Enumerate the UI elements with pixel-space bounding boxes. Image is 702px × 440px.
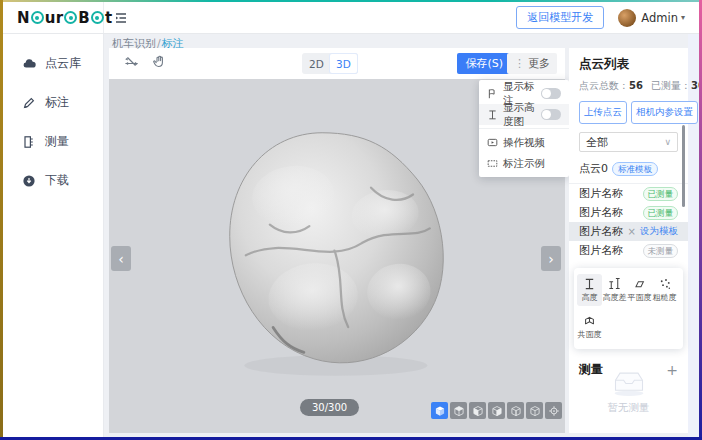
collapse-menu-icon[interactable] bbox=[114, 11, 128, 25]
next-image-button[interactable]: › bbox=[541, 246, 561, 271]
roughness-icon bbox=[658, 277, 671, 290]
tool-coplanarity[interactable]: 共面度 bbox=[577, 311, 602, 343]
breadcrumb-parent[interactable]: 机车识别 bbox=[112, 37, 156, 50]
tool-height[interactable]: 高度 bbox=[577, 274, 602, 306]
pointcloud-name: 点云0 bbox=[579, 161, 608, 176]
measured-label: 已测量： bbox=[651, 80, 691, 91]
brand-letter: ur bbox=[45, 9, 63, 27]
breadcrumb-current: 标注 bbox=[162, 37, 184, 50]
prev-image-button[interactable]: ‹ bbox=[111, 246, 131, 271]
brand-letter: t bbox=[105, 9, 112, 27]
view-mode-toggle: 2D 3D bbox=[302, 53, 358, 74]
unmeasured-badge: 未测量 bbox=[643, 244, 679, 258]
view-iso-button[interactable] bbox=[431, 402, 448, 419]
tool-flatness[interactable]: 平面度 bbox=[627, 274, 652, 306]
tool-roughness[interactable]: 粗糙度 bbox=[652, 274, 677, 306]
sidebar-item-label: 测量 bbox=[45, 133, 69, 150]
upload-pointcloud-button[interactable]: 上传点云 bbox=[579, 101, 627, 124]
page-scrollbar-track[interactable] bbox=[688, 34, 699, 437]
panel-title: 点云列表 bbox=[579, 56, 678, 73]
menu-item-show-heightmap[interactable]: 显示高度图 bbox=[479, 104, 569, 125]
cloud-icon bbox=[22, 57, 36, 71]
neurobot-app: NurBt 返回模型开发 Admin ▾ 点云库 标注 测量 下载 bbox=[0, 0, 702, 440]
sidebar-item-label: 标注 bbox=[45, 94, 69, 111]
total-label: 点云总数： bbox=[579, 80, 629, 91]
gear-icon bbox=[31, 11, 44, 24]
tool-height-diff[interactable]: 高度差 bbox=[602, 274, 627, 306]
list-scrollbar-thumb[interactable] bbox=[682, 125, 685, 207]
back-to-model-dev-button[interactable]: 返回模型开发 bbox=[516, 6, 604, 29]
measured-badge: 已测量 bbox=[643, 187, 679, 201]
sidebar-item-annotation[interactable]: 标注 bbox=[3, 83, 103, 122]
brand-letter: B bbox=[78, 9, 90, 27]
breadcrumb: 机车识别/标注 bbox=[112, 36, 184, 51]
save-button[interactable]: 保存(S) bbox=[457, 53, 511, 74]
template-badge: 标准模板 bbox=[612, 162, 658, 176]
sidebar-item-measure[interactable]: 测量 bbox=[3, 122, 103, 161]
screenshot-border bbox=[0, 0, 3, 440]
user-menu[interactable]: Admin ▾ bbox=[641, 11, 685, 25]
logo-container: NurBt bbox=[3, 2, 104, 33]
pagination-indicator: 30/300 bbox=[300, 399, 359, 416]
filter-select[interactable]: 全部 ∨ bbox=[579, 132, 678, 152]
recenter-button[interactable] bbox=[545, 402, 562, 419]
height-diff-icon bbox=[608, 277, 621, 290]
image-list-item[interactable]: 图片名称 未测量 bbox=[569, 241, 688, 260]
mode-3d-button[interactable]: 3D bbox=[330, 54, 357, 73]
chevron-down-icon: ∨ bbox=[664, 137, 671, 147]
set-as-template-link[interactable]: 设为模板 bbox=[640, 225, 678, 238]
sidebar-item-label: 点云库 bbox=[45, 55, 81, 72]
pointcloud-item[interactable]: 点云0 标准模板 bbox=[579, 161, 678, 176]
camera-intrinsics-button[interactable]: 相机内参设置 bbox=[631, 101, 698, 124]
panel-stats: 点云总数：56 已测量：30 bbox=[579, 79, 678, 93]
brand-logo: NurBt bbox=[17, 9, 112, 27]
total-value: 56 bbox=[629, 80, 643, 91]
view-front-button[interactable] bbox=[469, 402, 486, 419]
username: Admin bbox=[641, 11, 678, 25]
left-sidebar: 点云库 标注 测量 下载 bbox=[3, 34, 104, 437]
sidebar-item-download[interactable]: 下载 bbox=[3, 161, 103, 200]
menu-item-tutorial-video[interactable]: 操作视频 bbox=[479, 132, 569, 153]
more-button[interactable]: ⋮ 更多 bbox=[507, 53, 557, 74]
menu-item-label: 操作视频 bbox=[503, 136, 545, 150]
view-right-button[interactable] bbox=[488, 402, 505, 419]
rotate-move-icon[interactable] bbox=[123, 54, 140, 73]
view-orientation-buttons bbox=[431, 402, 562, 419]
empty-state: 暂无测量 bbox=[569, 369, 688, 415]
pen-icon bbox=[22, 96, 36, 110]
image-list-item-selected[interactable]: 图片名称 × 设为模板 bbox=[569, 222, 688, 241]
coplanarity-icon bbox=[583, 314, 596, 327]
show-annotations-toggle[interactable] bbox=[541, 88, 561, 99]
image-list-item[interactable]: 图片名称 已测量 bbox=[569, 203, 688, 222]
viewer-toolbar: 2D 3D 保存(S) ⋮ 更多 bbox=[109, 48, 565, 79]
close-icon[interactable]: × bbox=[628, 226, 636, 237]
view-top-button[interactable] bbox=[450, 402, 467, 419]
menu-item-annotation-example[interactable]: 标注示例 bbox=[479, 153, 569, 174]
sidebar-item-label: 下载 bbox=[45, 172, 69, 189]
menu-item-label: 显示高度图 bbox=[503, 101, 536, 129]
menu-item-label: 标注示例 bbox=[503, 157, 545, 171]
mode-2d-button[interactable]: 2D bbox=[303, 54, 330, 73]
ruler-icon bbox=[22, 135, 36, 149]
brand-letter: N bbox=[17, 9, 30, 27]
height-icon bbox=[583, 277, 596, 290]
breadcrumb-separator: / bbox=[157, 37, 161, 50]
viewer-card: 2D 3D 保存(S) ⋮ 更多 显示标注 显示高度图 bbox=[109, 48, 565, 433]
image-list-item[interactable]: 图片名称 已测量 bbox=[569, 184, 688, 203]
view-back-button[interactable] bbox=[507, 402, 524, 419]
video-icon bbox=[487, 137, 498, 148]
user-avatar[interactable] bbox=[618, 9, 636, 27]
caret-down-icon: ▾ bbox=[681, 13, 685, 22]
more-dots-icon: ⋮ bbox=[514, 57, 525, 70]
top-header: NurBt 返回模型开发 Admin ▾ bbox=[3, 2, 699, 34]
pan-hand-icon[interactable] bbox=[152, 54, 167, 73]
measured-badge: 已测量 bbox=[643, 206, 679, 220]
image-name: 图片名称 bbox=[579, 205, 623, 220]
tool-label: 高度差 bbox=[603, 292, 627, 303]
show-heightmap-toggle[interactable] bbox=[541, 109, 561, 120]
view-left-button[interactable] bbox=[526, 402, 543, 419]
pointcloud-list-panel: 点云列表 点云总数：56 已测量：30 上传点云 相机内参设置 全部 ∨ 点云0… bbox=[569, 48, 688, 433]
sample-rect-icon bbox=[487, 158, 498, 169]
empty-box-icon bbox=[611, 369, 647, 397]
sidebar-item-pointcloud-library[interactable]: 点云库 bbox=[3, 44, 103, 83]
